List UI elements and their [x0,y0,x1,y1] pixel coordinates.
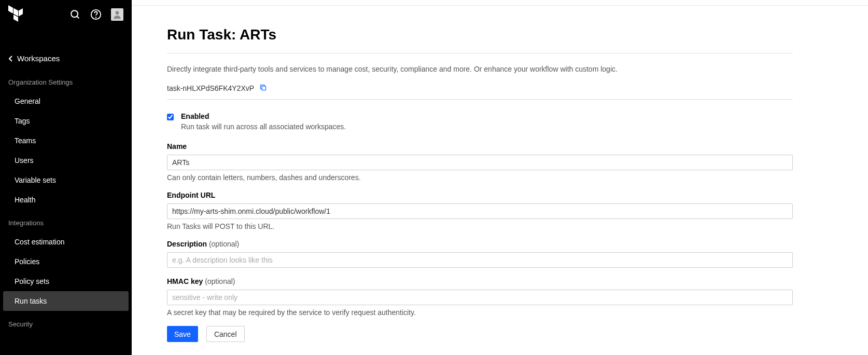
field-name: Name Can only contain letters, numbers, … [167,142,793,182]
top-border [132,0,868,6]
svg-line-1 [77,16,79,18]
svg-point-3 [96,17,96,18]
back-label: Workspaces [17,54,60,63]
enabled-row: Enabled Run task will run across all ass… [167,112,793,131]
nav-tags[interactable]: Tags [3,111,129,131]
enabled-hint: Run task will run across all associated … [181,122,346,131]
page-intro: Directly integrate third-party tools and… [167,65,793,73]
nav-health[interactable]: Health [3,190,129,210]
nav-variable-sets[interactable]: Variable sets [3,170,129,190]
nav-run-tasks[interactable]: Run tasks [3,291,129,311]
back-workspaces[interactable]: Workspaces [0,48,132,69]
nav-policies[interactable]: Policies [3,252,129,271]
url-hint: Run Tasks will POST to this URL. [167,222,793,230]
name-label: Name [167,142,793,151]
nav-teams[interactable]: Teams [3,131,129,151]
field-description: Description (optional) [167,240,793,268]
search-icon[interactable] [69,9,81,20]
svg-rect-5 [262,86,266,90]
terraform-logo-icon[interactable] [8,5,23,24]
sidebar-header [0,0,132,29]
task-id: task-nHLXPdS6FK4Y2XvP [167,84,254,92]
name-hint: Can only contain letters, numbers, dashe… [167,173,793,182]
nav-cost-estimation[interactable]: Cost estimation [3,232,129,252]
save-button[interactable]: Save [167,326,198,342]
button-row: Save Cancel [167,326,793,342]
svg-point-0 [71,10,78,17]
user-avatar[interactable] [111,8,123,21]
cancel-button[interactable]: Cancel [206,326,245,342]
copy-icon[interactable] [259,84,267,93]
nav-policy-sets[interactable]: Policy sets [3,271,129,291]
page-title: Run Task: ARTs [167,26,793,53]
field-endpoint-url: Endpoint URL Run Tasks will POST to this… [167,191,793,230]
url-label: Endpoint URL [167,191,793,199]
field-hmac: HMAC key (optional) A secret key that ma… [167,277,793,317]
url-input[interactable] [167,203,793,219]
section-integrations: Integrations [0,210,132,232]
enabled-checkbox[interactable] [167,114,174,120]
task-id-row: task-nHLXPdS6FK4Y2XvP [167,84,793,100]
nav-general[interactable]: General [3,91,129,111]
hmac-input[interactable] [167,290,793,305]
hmac-hint: A secret key that may be required by the… [167,308,793,317]
name-input[interactable] [167,155,793,170]
section-org-settings: Organization Settings [0,69,132,91]
desc-label: Description (optional) [167,240,793,248]
main-content: Run Task: ARTs Directly integrate third-… [132,0,868,355]
hmac-label: HMAC key (optional) [167,277,793,285]
sidebar: Workspaces Organization Settings General… [0,0,132,355]
enabled-label: Enabled [181,112,346,120]
svg-point-4 [116,11,119,15]
section-security: Security [0,311,132,333]
desc-input[interactable] [167,252,793,268]
help-icon[interactable] [90,9,102,20]
nav-users[interactable]: Users [3,151,129,170]
